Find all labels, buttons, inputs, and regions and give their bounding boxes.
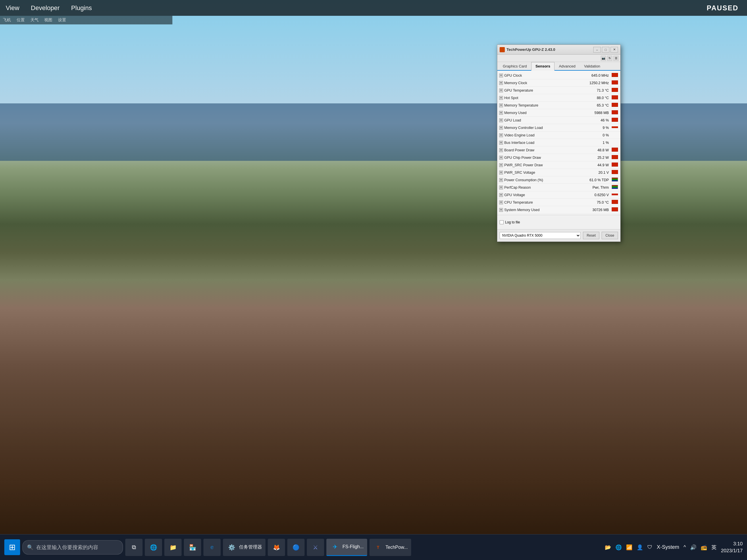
tray-user-icon[interactable]: 👤	[637, 544, 643, 551]
gpuz-window: TechPowerUp GPU-Z 2.43.0 – □ ✕ 📷 ↻ ☰ Gra…	[497, 45, 621, 242]
taskbar-firefox[interactable]: 🦊	[268, 539, 285, 556]
sensor-dropdown-mem-used[interactable]: ▼	[499, 111, 503, 115]
sensor-value-hot-spot: 88.0 °C	[553, 96, 612, 100]
sensor-dropdown-gpu-clock[interactable]: ▼	[499, 74, 503, 78]
gpuz-titlebar: TechPowerUp GPU-Z 2.43.0 – □ ✕	[497, 45, 620, 55]
menu-view[interactable]: View	[6, 4, 19, 12]
tab-validation[interactable]: Validation	[580, 62, 604, 70]
minimize-button[interactable]: –	[593, 47, 601, 53]
gpuz-title-text: TechPowerUp GPU-Z 2.43.0	[507, 47, 556, 52]
sensor-graph-cpu-temp	[612, 200, 619, 205]
techpow-label: TechPow...	[386, 545, 408, 550]
reset-button[interactable]: Reset	[583, 232, 599, 239]
log-checkbox[interactable]	[499, 220, 504, 224]
close-button[interactable]: ✕	[611, 47, 618, 53]
taskbar-task-manager[interactable]: ⚙️ 任务管理器	[223, 539, 265, 556]
submenu-item-2[interactable]: 位置	[17, 18, 25, 23]
sensor-dropdown-hot-spot[interactable]: ▼	[499, 96, 503, 100]
sensor-dropdown-gpu-load[interactable]: ▼	[499, 118, 503, 122]
taskbar-chrome[interactable]: 🔵	[287, 539, 305, 556]
gpuz-log-area: Log to file	[497, 215, 620, 229]
taskbar-edge[interactable]: 🌐	[145, 539, 162, 556]
sensor-name-pwr-src-power: ▼ PWR_SRC Power Draw	[499, 163, 553, 167]
close-gpuz-button[interactable]: Close	[602, 232, 618, 239]
sensor-value-gpu-clock: 645.0 MHz	[553, 74, 612, 78]
start-button[interactable]: ⊞	[4, 539, 20, 555]
sensor-name-gpu-voltage: ▼ GPU Voltage	[499, 193, 553, 197]
tab-sensors[interactable]: Sensors	[531, 62, 555, 71]
taskbar-store[interactable]: 🏪	[184, 539, 201, 556]
gpu-select[interactable]: NVIDIA Quadro RTX 5000	[499, 232, 581, 239]
sensor-dropdown-mem-temp[interactable]: ▼	[499, 103, 503, 107]
taskbar-techpow[interactable]: T TechPow...	[369, 539, 411, 556]
sensor-graph-gpu-chip-power	[612, 155, 619, 160]
sensor-dropdown-board-power[interactable]: ▼	[499, 148, 503, 152]
sensor-dropdown-mem-ctrl-load[interactable]: ▼	[499, 126, 503, 130]
sensor-dropdown-video-engine[interactable]: ▼	[499, 133, 503, 137]
sensor-dropdown-pwr-src-voltage[interactable]: ▼	[499, 170, 503, 175]
sensor-dropdown-bus-interface[interactable]: ▼	[499, 141, 503, 145]
submenu-item-5[interactable]: 设置	[58, 18, 66, 23]
tray-volume-icon[interactable]: 📻	[701, 544, 707, 551]
submenu-item-4[interactable]: 视图	[44, 18, 52, 23]
sensor-row-mem-temp: ▼ Memory Temperature 65.3 °C	[497, 102, 620, 109]
gpuz-tabs: Graphics Card Sensors Advanced Validatio…	[497, 62, 620, 71]
x-system-label[interactable]: X-System	[657, 544, 679, 550]
tab-graphics-card[interactable]: Graphics Card	[498, 62, 531, 70]
menu-developer[interactable]: Developer	[31, 4, 59, 12]
taskbar-search[interactable]: 🔍 在这里输入你要搜索的内容	[22, 540, 123, 555]
tray-network-icon[interactable]: 🔊	[690, 544, 696, 551]
taskbar-ie[interactable]: e	[203, 539, 221, 556]
sensor-dropdown-perfcap[interactable]: ▼	[499, 186, 503, 190]
search-icon: 🔍	[27, 544, 33, 551]
sensor-graph-sys-mem	[612, 207, 619, 213]
sensor-value-gpu-voltage: 0.6250 V	[553, 193, 612, 197]
taskbar-clock[interactable]: 3:10 2023/1/17	[721, 540, 743, 554]
sensor-name-memory-clock: ▼ Memory Clock	[499, 81, 553, 85]
taskbar-explorer[interactable]: 📁	[164, 539, 182, 556]
tray-folder-icon[interactable]: 📂	[605, 544, 611, 551]
taskbar-discord[interactable]: ⚔	[307, 539, 324, 556]
tray-antivirus-icon[interactable]: 🛡	[647, 544, 652, 550]
sensor-dropdown-power-consumption[interactable]: ▼	[499, 178, 503, 182]
tray-wifi-icon[interactable]: 📶	[626, 544, 633, 551]
sensor-graph-mem-used	[612, 110, 619, 115]
sensor-dropdown-sys-mem[interactable]: ▼	[499, 208, 503, 212]
sensor-dropdown-cpu-temp[interactable]: ▼	[499, 201, 503, 205]
tab-advanced[interactable]: Advanced	[555, 62, 580, 70]
tray-language-icon[interactable]: 英	[712, 544, 717, 551]
folder-icon: 📁	[168, 542, 178, 553]
sim-submenu: 飞机 位置 天气 视图 设置	[0, 16, 172, 24]
menu-plugins[interactable]: Plugins	[71, 4, 92, 12]
gpuz-window-controls: – □ ✕	[593, 47, 618, 53]
tray-overflow-icon[interactable]: ^	[684, 544, 686, 550]
chrome-icon: 🔵	[291, 542, 301, 553]
submenu-item-3[interactable]: 天气	[30, 18, 38, 23]
sensor-row-mem-ctrl-load: ▼ Memory Controller Load 9 %	[497, 124, 620, 132]
sensor-graph-gpu-temp	[612, 88, 619, 93]
toolbar-refresh-icon[interactable]: ↻	[607, 56, 612, 61]
sensor-graph-mem-temp	[612, 103, 619, 108]
sensor-value-perfcap: Pwr, Thrm	[553, 186, 612, 190]
sensor-value-gpu-load: 46 %	[553, 118, 612, 122]
toolbar-menu-icon[interactable]: ☰	[613, 56, 619, 61]
sensor-row-cpu-temp: ▼ CPU Temperature 75.0 °C	[497, 199, 620, 206]
sensor-dropdown-memory-clock[interactable]: ▼	[499, 81, 503, 85]
submenu-item-1[interactable]: 飞机	[3, 18, 11, 23]
maximize-button[interactable]: □	[602, 47, 609, 53]
sensor-value-pwr-src-power: 44.9 W	[553, 163, 612, 167]
task-manager-label: 任务管理器	[239, 544, 262, 550]
sensor-row-perfcap: ▼ PerfCap Reason Pwr, Thrm	[497, 184, 620, 191]
taskbar-task-view[interactable]: ⧉	[125, 539, 143, 556]
store-icon: 🏪	[187, 542, 198, 553]
sensor-dropdown-gpu-temp[interactable]: ▼	[499, 88, 503, 92]
sensor-graph-mem-ctrl-load	[612, 125, 619, 130]
taskbar-fs-flight[interactable]: ✈ FS-Fligh...	[326, 539, 367, 556]
sensor-row-video-engine: ▼ Video Engine Load 0 %	[497, 132, 620, 139]
sensor-dropdown-gpu-voltage[interactable]: ▼	[499, 193, 503, 197]
sensor-value-gpu-temp: 71.3 °C	[553, 88, 612, 92]
toolbar-camera-icon[interactable]: 📷	[601, 56, 606, 61]
sensor-dropdown-pwr-src-power[interactable]: ▼	[499, 163, 503, 167]
tray-earth-icon[interactable]: 🌐	[615, 544, 622, 551]
sensor-dropdown-gpu-chip-power[interactable]: ▼	[499, 156, 503, 160]
